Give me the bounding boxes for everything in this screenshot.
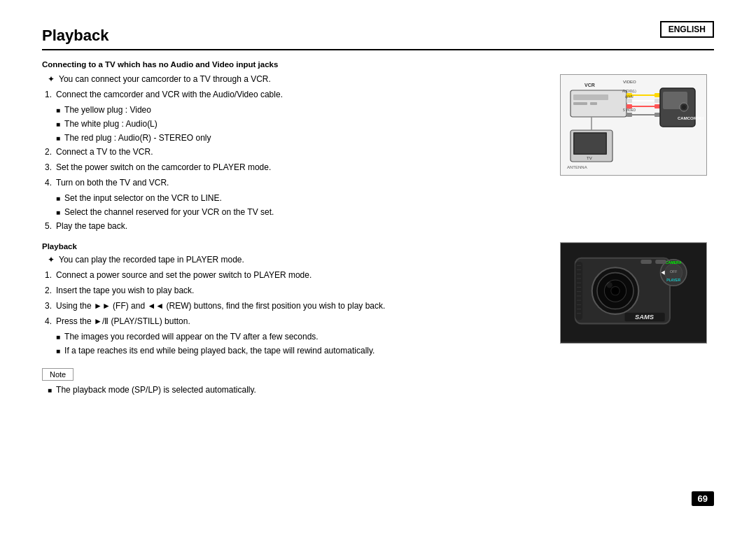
- svg-rect-27: [575, 134, 606, 153]
- svg-text:S VIDEO: S VIDEO: [623, 108, 636, 112]
- section1-bullets1: ■ The yellow plug : Video ■ The white pl…: [56, 104, 546, 144]
- svg-point-37: [611, 287, 620, 295]
- sq-bullet-icon: ■: [56, 105, 60, 116]
- note-text: The playback mode (SP/LP) is selected au…: [56, 385, 256, 395]
- list-item: ■ Select the channel reserved for your V…: [56, 206, 546, 218]
- section1-image: VCR AUDIO(L) A/V/R S VIDEO: [560, 74, 714, 235]
- step-text: Press the ►/Ⅱ (PLAY/STILL) button.: [56, 315, 190, 328]
- list-item: ■ If a tape reaches its end while being …: [56, 344, 546, 357]
- tip-symbol: ✦: [48, 74, 55, 84]
- step-num: 3.: [45, 161, 56, 174]
- section2-tip: ✦ You can play the recorded tape in PLAY…: [48, 255, 546, 265]
- list-item: 1. Connect the camcorder and VCR with th…: [45, 88, 546, 101]
- camera-photo: CAMERA OFF PLAYER SAMS: [560, 242, 707, 344]
- vcr-diagram: VCR AUDIO(L) A/V/R S VIDEO: [560, 74, 707, 176]
- svg-rect-47: [640, 260, 652, 264]
- bullet-text: The white plug : Audio(L): [64, 118, 158, 130]
- page-number: 69: [692, 491, 714, 506]
- section2-area: Playback ✦ You can play the recorded tap…: [42, 242, 714, 358]
- section1-text: ✦ You can connect your camcorder to a TV…: [42, 74, 546, 235]
- section1-tip-text: You can connect your camcorder to a TV t…: [59, 74, 271, 84]
- step-text: Connect a TV to the VCR.: [56, 146, 153, 158]
- svg-rect-4: [590, 102, 597, 105]
- list-item: ■ The yellow plug : Video: [56, 104, 546, 116]
- sq-bullet-icon: ■: [56, 119, 60, 130]
- svg-text:OFF: OFF: [670, 269, 677, 274]
- section2-heading: Playback: [42, 242, 546, 251]
- step-num: 4.: [45, 176, 56, 189]
- note-section: Note ■ The playback mode (SP/LP) is sele…: [42, 368, 714, 395]
- svg-text:CAMCORDER: CAMCORDER: [678, 116, 704, 120]
- svg-rect-16: [654, 93, 660, 97]
- section2-image: CAMERA OFF PLAYER SAMS: [560, 242, 714, 358]
- sq-bullet-icon: ■: [56, 346, 60, 357]
- step-num: 1.: [45, 269, 56, 281]
- sq-bullet-icon: ■: [56, 193, 60, 204]
- tip-symbol2: ✦: [48, 255, 55, 265]
- list-item: ■ The white plug : Audio(L): [56, 118, 546, 130]
- step-num: 2.: [45, 284, 56, 297]
- svg-rect-10: [626, 113, 632, 117]
- section1-heading: Connecting to a TV which has no Audio an…: [42, 60, 714, 69]
- list-item: 2. Connect a TV to the VCR.: [45, 146, 546, 158]
- svg-text:VIDEO: VIDEO: [623, 80, 636, 84]
- svg-text:TV: TV: [587, 156, 592, 160]
- svg-text:ANTENNA: ANTENNA: [567, 165, 587, 169]
- svg-rect-2: [573, 94, 608, 100]
- svg-rect-3: [573, 102, 587, 105]
- list-item: 2. Insert the tape you wish to play back…: [45, 284, 546, 297]
- svg-text:VCR: VCR: [584, 83, 595, 87]
- step-num: 1.: [45, 88, 56, 101]
- list-item: ■ The images you recorded will appear on…: [56, 330, 546, 343]
- section1-step5: 5. Play the tape back.: [45, 220, 546, 232]
- note-label: Note: [42, 368, 74, 381]
- list-item: ■ Set the input selector on the VCR to L…: [56, 192, 546, 204]
- note-text-area: ■ The playback mode (SP/LP) is selected …: [48, 385, 714, 395]
- step-num: 3.: [45, 300, 56, 312]
- section2-tip-text: You can play the recorded tape in PLAYER…: [59, 255, 244, 265]
- step-text: Connect a power source and set the power…: [56, 269, 312, 281]
- section1-bullets4: ■ Set the input selector on the VCR to L…: [56, 192, 546, 218]
- step-text: Connect the camcorder and VCR with the A…: [56, 88, 283, 101]
- section2-text: Playback ✦ You can play the recorded tap…: [42, 242, 546, 358]
- step-text: Play the tape back.: [56, 220, 127, 232]
- svg-text:AUDIO(L): AUDIO(L): [622, 90, 636, 93]
- list-item: 3. Using the ►► (FF) and ◄◄ (REW) button…: [45, 300, 546, 312]
- step-text: Using the ►► (FF) and ◄◄ (REW) buttons, …: [56, 300, 385, 312]
- list-item: ■ The red plug : Audio(R) - STEREO only: [56, 132, 546, 144]
- vcr-diagram-svg: VCR AUDIO(L) A/V/R S VIDEO: [564, 78, 704, 172]
- svg-rect-49: [575, 262, 582, 320]
- title-divider: [42, 49, 714, 50]
- section2-steps: 1. Connect a power source and set the po…: [45, 269, 546, 328]
- bullet-text: The red plug : Audio(R) - STEREO only: [64, 132, 211, 144]
- svg-text:CAMERA: CAMERA: [666, 260, 682, 265]
- svg-point-38: [607, 282, 612, 288]
- step-num: 5.: [45, 220, 56, 232]
- list-item: 1. Connect a power source and set the po…: [45, 269, 546, 281]
- svg-rect-19: [654, 113, 660, 117]
- step-num: 4.: [45, 315, 56, 328]
- step-num: 2.: [45, 146, 56, 158]
- bullet-text: The images you recorded will appear on t…: [64, 330, 318, 343]
- sq-bullet-icon: ■: [56, 207, 60, 218]
- bullet-text: If a tape reaches its end while being pl…: [64, 344, 374, 357]
- svg-rect-17: [654, 99, 660, 103]
- step-text: Insert the tape you wish to play back.: [56, 284, 194, 297]
- sq-bullet-icon: ■: [56, 133, 60, 144]
- section1-steps: 1. Connect the camcorder and VCR with th…: [45, 88, 546, 101]
- list-item: 3. Set the power switch on the camcorder…: [45, 161, 546, 174]
- step-text: Turn on both the TV and VCR.: [56, 176, 169, 189]
- list-item: 4. Turn on both the TV and VCR.: [45, 176, 546, 189]
- svg-rect-48: [655, 260, 666, 264]
- sq-bullet-icon: ■: [48, 386, 52, 395]
- section1-tip: ✦ You can connect your camcorder to a TV…: [48, 74, 546, 84]
- svg-point-23: [682, 105, 686, 109]
- camera-svg: CAMERA OFF PLAYER SAMS: [561, 244, 706, 342]
- list-item: 4. Press the ►/Ⅱ (PLAY/STILL) button.: [45, 315, 546, 328]
- svg-rect-18: [654, 104, 660, 108]
- bullet-text: Set the input selector on the VCR to LIN…: [64, 192, 222, 204]
- bullet-text: The yellow plug : Video: [64, 104, 151, 116]
- sq-bullet-icon: ■: [56, 332, 60, 343]
- list-item: 5. Play the tape back.: [45, 220, 546, 232]
- svg-text:SAMS: SAMS: [635, 314, 654, 321]
